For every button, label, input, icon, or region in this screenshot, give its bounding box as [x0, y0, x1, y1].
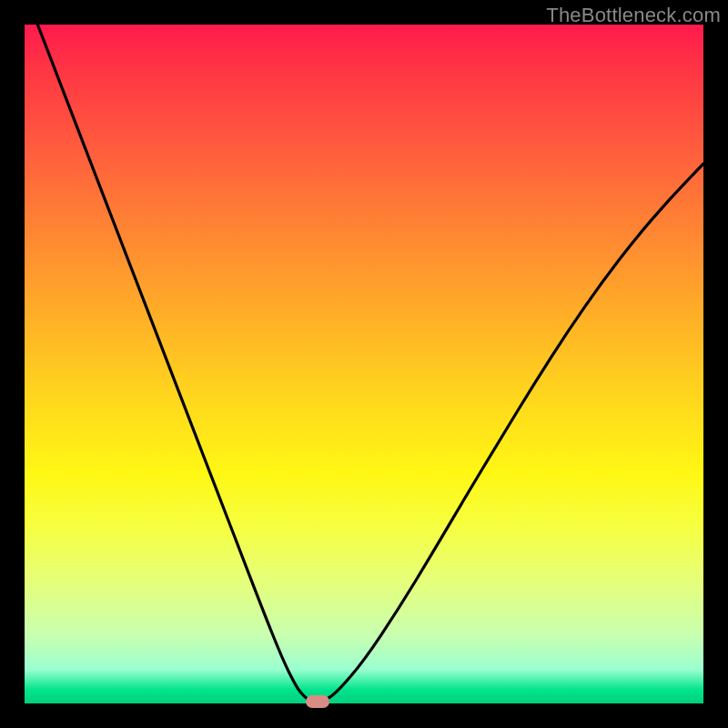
- minimum-marker: [306, 695, 329, 708]
- watermark-label: TheBottleneck.com: [546, 4, 721, 27]
- chart-frame: TheBottleneck.com: [0, 0, 728, 728]
- bottleneck-curve: [25, 25, 703, 703]
